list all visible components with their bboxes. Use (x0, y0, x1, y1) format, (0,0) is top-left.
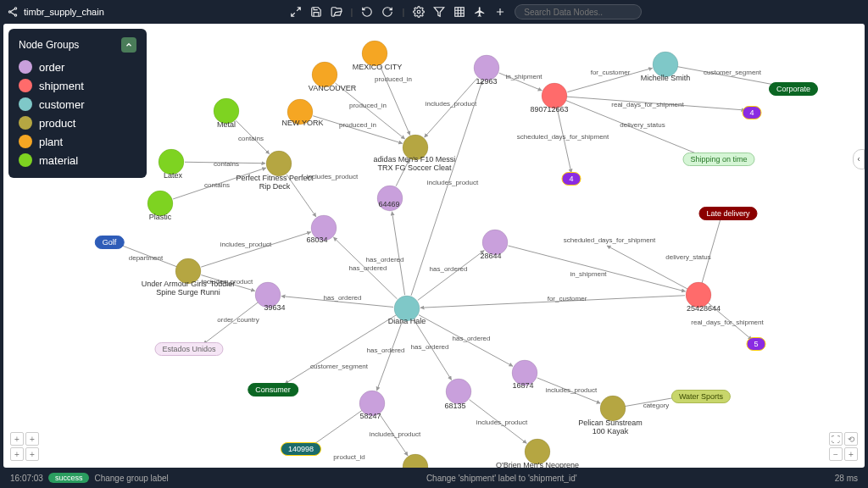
node-label: 39634 (264, 303, 285, 312)
node-label: Latex (164, 171, 183, 180)
node-label: Plastic (149, 213, 172, 221)
legend-collapse-button[interactable] (121, 37, 136, 53)
share-icon[interactable] (7, 6, 19, 18)
legend-label: material (39, 154, 78, 167)
edge-label: has_ordered (366, 256, 404, 263)
legend-item[interactable]: product (19, 114, 136, 132)
graph-edge (508, 246, 685, 291)
edge-label: order_country (217, 316, 259, 324)
legend-item[interactable]: customer (19, 95, 136, 114)
legend-dot (19, 153, 32, 167)
open-icon[interactable] (331, 6, 342, 18)
legend-item[interactable]: material (19, 151, 136, 169)
value-badge: Golf (95, 236, 125, 249)
gear-icon[interactable] (413, 6, 425, 18)
edge-label: contains (238, 135, 264, 142)
zoom-in-button[interactable]: + (844, 447, 858, 461)
grid-icon[interactable] (453, 6, 465, 18)
svg-point-2 (14, 14, 16, 16)
node-label: 25428644 (687, 304, 721, 313)
legend-dot (19, 79, 32, 92)
search-input[interactable] (515, 4, 642, 19)
graph-node[interactable] (600, 396, 626, 421)
legend-label: plant (39, 136, 63, 148)
graph-edge (392, 212, 404, 295)
edge-label: delivery_status (665, 253, 710, 261)
zoom-out-button[interactable]: − (829, 447, 843, 461)
node-label: adidas Men's F10 Messi (374, 155, 456, 164)
edge-label: customer_segment (704, 69, 762, 76)
edge-label: has_ordered (453, 335, 491, 342)
value-badge: 4 (561, 172, 581, 186)
edge-label: produced_in (349, 102, 387, 109)
plane-icon[interactable] (474, 6, 486, 18)
node-label: NEW YORK (282, 119, 324, 127)
reset-button[interactable]: ⟲ (844, 432, 858, 446)
svg-point-1 (8, 11, 10, 13)
chevron-left-icon (855, 156, 862, 163)
svg-point-3 (418, 10, 421, 14)
node-label: 100 Kayak (593, 427, 629, 435)
plus-icon[interactable] (494, 6, 506, 18)
fit-button[interactable]: ⛶ (829, 432, 843, 446)
topbar: timbr_supply_chain | | (0, 0, 868, 24)
graph-node[interactable] (446, 379, 471, 404)
edge-label: includes_product (426, 100, 477, 108)
redo-icon[interactable] (381, 6, 393, 18)
legend-label: order (39, 61, 64, 74)
graph-node[interactable] (266, 151, 292, 176)
edge-label: includes_product (370, 430, 421, 438)
edge-label: real_days_for_shipment (611, 101, 684, 108)
edge-label: contains (214, 160, 239, 168)
edge-label: for_customer (591, 69, 631, 76)
edge-label: scheduled_days_for_shipment (517, 133, 609, 141)
undo-icon[interactable] (361, 6, 373, 18)
side-panel-toggle[interactable] (853, 149, 865, 169)
node-label: Metal (217, 120, 236, 129)
edge-label: has_ordered (411, 343, 449, 351)
edge-label: in_shipment (505, 73, 542, 80)
svg-point-0 (14, 8, 16, 9)
save-icon[interactable] (310, 6, 322, 18)
edge-label: includes_product (427, 179, 479, 186)
legend-dot (19, 97, 32, 111)
pan-right-button[interactable]: + (25, 447, 39, 461)
edge-label: real_days_for_shipment (691, 319, 764, 326)
node-label: VANCOUVER (309, 84, 357, 92)
node-label: Rip Deck (259, 182, 291, 191)
node-label: 58247 (359, 412, 381, 420)
edge-label: category (643, 402, 670, 409)
filter-icon[interactable] (433, 6, 445, 18)
statusbar: 16:07:03 success Change group label Chan… (0, 468, 868, 488)
legend-title: Node Groups (19, 39, 79, 51)
pan-down-button[interactable]: + (10, 447, 24, 461)
status-badge: success (48, 473, 90, 483)
graph-node[interactable] (403, 454, 428, 468)
pan-up-button[interactable]: + (10, 432, 24, 446)
value-badge: Late delivery (698, 207, 757, 220)
edge-label: delivery_status (620, 121, 665, 129)
pan-left-button[interactable]: + (25, 432, 39, 446)
edge-label: for_customer (548, 295, 587, 302)
node-label: Diana Hale (388, 317, 426, 325)
legend-dot (19, 135, 32, 148)
status-time: 16:07:03 (10, 474, 43, 483)
node-label: 890712663 (530, 105, 568, 114)
legend-label: shipment (39, 80, 84, 92)
edge-label: product_id (333, 453, 364, 461)
expand-icon[interactable] (290, 6, 302, 18)
zoom-controls: ⛶ − ⟲ + (829, 432, 858, 461)
node-label: 64469 (378, 200, 399, 208)
node-label: Under Armour Girls' Toddler (142, 280, 236, 288)
edge-label: has_ordered (324, 294, 362, 302)
node-label: MEXICO CITY (353, 63, 403, 71)
status-action: Change group label (94, 474, 168, 483)
node-label: O'Brien Men's Neoprene (496, 461, 579, 468)
node-label: 68135 (444, 402, 465, 410)
edge-label: includes_product (546, 386, 598, 394)
legend-item[interactable]: shipment (19, 76, 136, 95)
graph-canvas[interactable]: Node Groups ordershipmentcustomerproduct… (3, 24, 865, 468)
legend-item[interactable]: order (19, 58, 136, 76)
legend-item[interactable]: plant (19, 132, 136, 151)
legend-panel: Node Groups ordershipmentcustomerproduct… (8, 29, 147, 178)
